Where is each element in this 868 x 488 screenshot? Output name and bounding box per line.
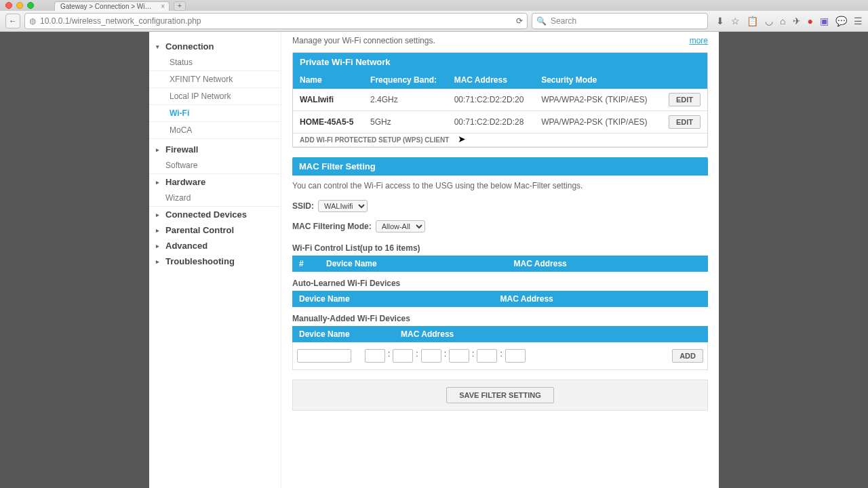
col-mac: MAC Address <box>514 259 702 268</box>
sidebar-item-xfinity-network[interactable]: XFINITY Network <box>149 71 281 88</box>
bookmark-icon[interactable]: ☆ <box>731 16 740 26</box>
col-mac: MAC Address <box>401 329 701 339</box>
col-mac: MAC Address <box>448 71 535 89</box>
more-link[interactable]: more <box>690 36 708 45</box>
send-icon[interactable]: ✈ <box>793 16 801 26</box>
sidebar-item-wizard[interactable]: Wizard <box>149 190 281 207</box>
col-band: Frequency Band: <box>363 71 448 89</box>
mac-octet-input[interactable] <box>393 349 413 363</box>
maximize-window-icon[interactable] <box>27 2 34 9</box>
window-controls[interactable] <box>5 2 34 9</box>
tab-title: Gateway > Connection > Wi-F… <box>60 3 158 10</box>
sidebar-item-moca[interactable]: MoCA <box>149 122 281 139</box>
wifi-band: 2.4GHz <box>363 89 448 111</box>
add-button[interactable]: ADD <box>672 349 703 363</box>
wifi-name: HOME-45A5-5 <box>293 111 363 134</box>
auto-learned-header: Device Name MAC Address <box>292 291 708 307</box>
table-header-row: Name Frequency Band: MAC Address Securit… <box>293 71 707 89</box>
mac-octet-input[interactable] <box>449 349 469 363</box>
address-bar[interactable]: ◍ 10.0.0.1/wireless_network_configuratio… <box>24 13 528 29</box>
wifi-table: Name Frequency Band: MAC Address Securit… <box>293 71 707 147</box>
tab-strip: Gateway > Connection > Wi-F… × + <box>0 0 868 11</box>
mac-octet-input[interactable] <box>505 349 526 363</box>
new-tab-button[interactable]: + <box>174 1 186 11</box>
wifi-sec: WPA/WPA2-PSK (TKIP/AES) <box>534 89 660 111</box>
toolbar-icons: ⬇ ☆ 📋 ◡ ⌂ ✈ ● ▣ 💬 ☰ <box>712 16 863 26</box>
browser-chrome: Gateway > Connection > Wi-F… × + ← ◍ 10.… <box>0 0 868 32</box>
control-list-title: Wi-Fi Control List(up to 16 items) <box>292 237 708 256</box>
sidebar-group-parental-control[interactable]: ▸Parental Control <box>149 222 281 238</box>
sidebar-group-firewall[interactable]: ▸Firewall <box>149 142 281 157</box>
sidebar-item-status[interactable]: Status <box>149 54 281 71</box>
wifi-sec: WPA/WPA2-PSK (TKIP/AES) <box>534 111 660 134</box>
edit-button[interactable]: EDIT <box>669 115 701 129</box>
col-num: # <box>299 259 326 268</box>
caret-right-icon: ▸ <box>156 179 163 186</box>
minimize-window-icon[interactable] <box>16 2 23 9</box>
control-list-header: # Device Name MAC Address <box>292 256 708 272</box>
wifi-mac: 00:71:C2:D2:2D:28 <box>448 111 535 134</box>
browser-tab[interactable]: Gateway > Connection > Wi-F… × <box>54 1 170 11</box>
sidebar-group-hardware[interactable]: ▸Hardware <box>149 174 281 190</box>
pocket-icon[interactable]: ◡ <box>765 16 773 26</box>
mac-octet-input[interactable] <box>477 349 497 363</box>
page: ▾ Connection Status XFINITY Network Loca… <box>149 32 719 488</box>
mode-row: MAC Filtering Mode: Allow-All <box>292 216 708 237</box>
back-button[interactable]: ← <box>5 14 20 28</box>
clipboard-icon[interactable]: 📋 <box>747 16 758 26</box>
col-device-name: Device Name <box>299 329 401 339</box>
save-row: SAVE FILTER SETTING <box>292 380 708 411</box>
search-placeholder: Search <box>551 16 576 26</box>
sidebar: ▾ Connection Status XFINITY Network Loca… <box>149 32 281 488</box>
close-tab-icon[interactable]: × <box>161 3 165 10</box>
device-name-input[interactable] <box>297 349 351 363</box>
home-icon[interactable]: ⌂ <box>780 16 785 26</box>
mac-filter-desc: You can control the Wi-Fi access to the … <box>292 176 708 196</box>
ssid-select[interactable]: WALIwifi <box>318 200 368 212</box>
ext1-icon[interactable]: ● <box>808 16 813 26</box>
sidebar-group-label: Connection <box>165 41 214 52</box>
caret-right-icon: ▸ <box>156 243 163 249</box>
edit-button[interactable]: EDIT <box>669 93 701 106</box>
ssid-row: SSID: WALIwifi <box>292 196 708 216</box>
ext2-icon[interactable]: ▣ <box>820 16 829 26</box>
mac-octet-input[interactable] <box>421 349 441 363</box>
mode-select[interactable]: Allow-All <box>376 220 425 232</box>
manual-header: Device Name MAC Address <box>292 326 708 342</box>
intro-text: Manage your Wi-Fi connection settings. <box>292 36 435 45</box>
sidebar-item-software[interactable]: Software <box>149 157 281 174</box>
wps-row: ADD WI-FI PROTECTED SETUP (WPS) CLIENT <box>293 134 707 147</box>
globe-icon: ◍ <box>29 16 36 26</box>
sidebar-group-advanced[interactable]: ▸Advanced <box>149 238 281 253</box>
caret-right-icon: ▸ <box>156 227 163 234</box>
col-actions <box>660 71 707 89</box>
wifi-name: WALIwifi <box>293 89 363 111</box>
mac-filter-title: MAC Filter Setting <box>292 157 708 176</box>
manual-title: Manually-Added Wi-Fi Devices <box>292 307 708 326</box>
sidebar-item-wifi[interactable]: Wi-Fi <box>149 105 281 122</box>
sidebar-group-troubleshooting[interactable]: ▸Troubleshooting <box>149 253 281 269</box>
mac-address-inputs: : : : : : <box>365 349 526 363</box>
caret-down-icon: ▾ <box>156 43 163 50</box>
close-window-icon[interactable] <box>5 2 12 9</box>
col-device-name: Device Name <box>299 294 500 304</box>
device-name-input-wrap <box>297 349 351 363</box>
manual-add-row: : : : : : ADD <box>292 342 708 370</box>
url-text: 10.0.0.1/wireless_network_configuration.… <box>40 16 512 26</box>
auto-learned-title: Auto-Learned Wi-Fi Devices <box>292 272 708 291</box>
sidebar-group-connection[interactable]: ▾ Connection <box>149 39 281 54</box>
save-filter-button[interactable]: SAVE FILTER SETTING <box>446 387 554 403</box>
chat-icon[interactable]: 💬 <box>835 16 847 26</box>
mac-octet-input[interactable] <box>365 349 385 363</box>
browser-toolbar: ← ◍ 10.0.0.1/wireless_network_configurat… <box>0 11 868 31</box>
search-box[interactable]: 🔍 Search <box>532 13 708 29</box>
download-icon[interactable]: ⬇ <box>716 16 724 26</box>
sidebar-group-connected-devices[interactable]: ▸Connected Devices <box>149 207 281 222</box>
wps-link[interactable]: ADD WI-FI PROTECTED SETUP (WPS) CLIENT <box>300 136 449 144</box>
col-sec: Security Mode <box>534 71 660 89</box>
sidebar-item-local-ip[interactable]: Local IP Network <box>149 88 281 105</box>
caret-right-icon: ▸ <box>156 146 163 153</box>
intro-row: Manage your Wi-Fi connection settings. m… <box>292 36 708 52</box>
refresh-icon[interactable]: ⟳ <box>516 16 523 26</box>
menu-icon[interactable]: ☰ <box>854 16 863 26</box>
